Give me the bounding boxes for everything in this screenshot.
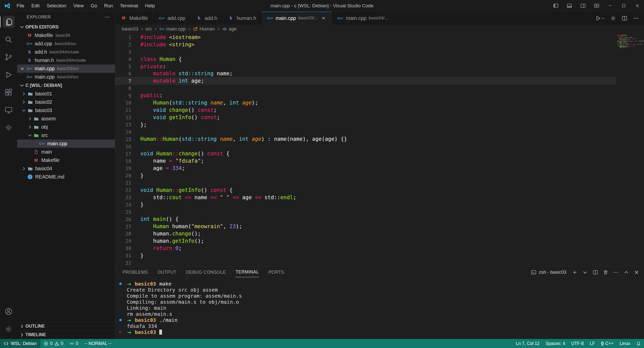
line-number[interactable]: 17 bbox=[115, 151, 140, 157]
code-line-2[interactable]: 2 #include <string> bbox=[115, 41, 616, 48]
line-number[interactable]: 32 bbox=[115, 260, 140, 266]
close-icon[interactable] bbox=[19, 66, 26, 72]
activity-remote-explorer[interactable] bbox=[0, 101, 17, 119]
code-line-10[interactable]: 10 Human(std::string name, int age); bbox=[115, 99, 616, 107]
activity-search[interactable] bbox=[0, 31, 17, 48]
new-terminal-icon[interactable] bbox=[572, 269, 578, 275]
code-line-5[interactable]: 5 private: bbox=[115, 63, 616, 70]
line-number[interactable]: 21 bbox=[115, 180, 140, 186]
line-number[interactable]: 10 bbox=[115, 100, 140, 106]
line-number[interactable]: 12 bbox=[115, 114, 140, 120]
menu-view[interactable]: View bbox=[70, 0, 87, 11]
tree-item-main.cpp[interactable]: C++main.cpp bbox=[17, 140, 115, 148]
minimize-button[interactable] bbox=[603, 0, 617, 12]
code-line-6[interactable]: 6 mutable std::string name; bbox=[115, 70, 616, 77]
encoding-indicator[interactable]: UTF-8 bbox=[568, 339, 587, 348]
line-number[interactable]: 20 bbox=[115, 172, 140, 179]
line-number[interactable]: 14 bbox=[115, 129, 140, 135]
dropdown-icon[interactable] bbox=[582, 269, 588, 275]
maximize-icon[interactable] bbox=[623, 269, 629, 275]
line-number[interactable]: 11 bbox=[115, 107, 140, 113]
line-number[interactable]: 27 bbox=[115, 224, 140, 230]
line-number[interactable]: 25 bbox=[115, 209, 140, 215]
tree-item-main[interactable]: main bbox=[17, 148, 115, 156]
tree-item-obj[interactable]: obj bbox=[17, 123, 115, 131]
panel-tab-output[interactable]: OUTPUT bbox=[157, 267, 177, 277]
code-line-31[interactable]: 31 } bbox=[115, 252, 616, 259]
code-line-28[interactable]: 28 human.change(); bbox=[115, 230, 616, 237]
activity-run-debug[interactable] bbox=[0, 66, 17, 84]
panel-tab-problems[interactable]: PROBLEMS bbox=[122, 267, 148, 277]
activity-explorer[interactable] bbox=[0, 13, 17, 31]
panel-tab-terminal[interactable]: TERMINAL bbox=[235, 267, 259, 277]
tab-Makefile[interactable]: M Makefile bbox=[115, 12, 153, 25]
menu-selection[interactable]: Selection bbox=[43, 0, 70, 11]
panel-tab-ports[interactable]: PORTS bbox=[268, 267, 284, 277]
open-editor-item[interactable]: C++ main.cpp basic03/src bbox=[17, 64, 115, 73]
ports-indicator[interactable]: 0 bbox=[66, 339, 82, 348]
breadcrumb-item[interactable]: C++main.cpp bbox=[159, 26, 186, 32]
code-line-7[interactable]: 7 mutable int age; bbox=[115, 77, 616, 85]
menu-go[interactable]: Go bbox=[87, 0, 100, 11]
code-line-22[interactable]: 22 void Human::getInfo() const { bbox=[115, 187, 616, 194]
eol-indicator[interactable]: LF bbox=[587, 339, 598, 348]
toggle-secondary-sidebar-icon[interactable] bbox=[576, 0, 590, 12]
line-number[interactable]: 9 bbox=[115, 93, 140, 99]
command-decoration-icon[interactable] bbox=[119, 283, 122, 285]
tree-item-basic01[interactable]: basic01 bbox=[17, 90, 115, 98]
menu-help[interactable]: Help bbox=[141, 0, 158, 11]
cursor-position[interactable]: Ln 7, Col 12 bbox=[513, 339, 542, 348]
explorer-more-actions-icon[interactable] bbox=[104, 14, 110, 20]
tab-add.cpp[interactable]: C++ add.cpp bbox=[153, 12, 190, 25]
code-line-16[interactable]: 16 bbox=[115, 143, 616, 150]
line-number[interactable]: 4 bbox=[115, 56, 140, 62]
tree-item-basic02[interactable]: basic02 bbox=[17, 98, 115, 106]
line-number[interactable]: 24 bbox=[115, 202, 140, 208]
breadcrumb-item[interactable]: Human bbox=[193, 26, 215, 32]
code-line-27[interactable]: 27 Human human("meowrain", 23); bbox=[115, 223, 616, 230]
timeline-section-header[interactable]: TIMELINE bbox=[17, 330, 115, 339]
toggle-panel-icon[interactable] bbox=[562, 0, 576, 12]
code-line-25[interactable]: 25 bbox=[115, 208, 616, 216]
code-line-4[interactable]: 4 class Human { bbox=[115, 56, 616, 63]
code-line-11[interactable]: 11 void change() const; bbox=[115, 107, 616, 114]
open-editor-item[interactable]: C++ add.cpp basic04/src bbox=[17, 40, 115, 48]
menu-terminal[interactable]: Terminal bbox=[116, 0, 142, 11]
menu-edit[interactable]: Edit bbox=[28, 0, 43, 11]
code-line-15[interactable]: 15 Human::Human(std::string name, int ag… bbox=[115, 135, 616, 143]
editor-more-actions-icon[interactable] bbox=[633, 15, 639, 21]
open-editor-item[interactable]: C++ main.cpp basic04/src bbox=[17, 73, 115, 81]
code-line-24[interactable]: 24 } bbox=[115, 201, 616, 208]
close-window-button[interactable] bbox=[630, 0, 644, 12]
tab-main.cpp[interactable]: C++ main.cpp basic03/... bbox=[262, 12, 332, 25]
line-number[interactable]: 22 bbox=[115, 187, 140, 193]
code-line-19[interactable]: 19 age = 334; bbox=[115, 165, 616, 172]
close-icon[interactable] bbox=[634, 269, 639, 275]
tree-item-Makefile[interactable]: MMakefile bbox=[17, 156, 115, 164]
line-number[interactable]: 6 bbox=[115, 71, 140, 77]
remote-indicator[interactable]: WSL: Debian bbox=[0, 339, 41, 348]
close-icon[interactable] bbox=[320, 15, 327, 21]
tab-main.cpp[interactable]: C++ main.cpp basic04/... bbox=[332, 12, 393, 25]
line-number[interactable]: 2 bbox=[115, 42, 140, 48]
activity-source-control[interactable] bbox=[0, 48, 17, 66]
line-number[interactable]: 1 bbox=[115, 34, 140, 40]
command-decoration-icon[interactable] bbox=[119, 319, 122, 321]
more-icon[interactable] bbox=[613, 269, 619, 275]
customize-layout-icon[interactable] bbox=[590, 0, 603, 12]
code-line-1[interactable]: 1 #include <iostream> bbox=[115, 34, 616, 41]
breadcrumb-item[interactable]: basic03 bbox=[122, 26, 138, 32]
code-line-32[interactable]: 32 bbox=[115, 259, 616, 266]
menu-run[interactable]: Run bbox=[101, 0, 116, 11]
split-icon[interactable] bbox=[592, 269, 598, 275]
line-number[interactable]: 29 bbox=[115, 238, 140, 244]
code-editor[interactable]: 1 #include <iostream> 2 #include <string… bbox=[115, 33, 616, 266]
line-number[interactable]: 15 bbox=[115, 136, 140, 142]
code-line-12[interactable]: 12 void getInfo() const; bbox=[115, 114, 616, 121]
activity-settings[interactable] bbox=[0, 320, 17, 338]
outline-section-header[interactable]: OUTLINE bbox=[17, 322, 115, 330]
run-button[interactable] bbox=[595, 15, 605, 21]
line-number[interactable]: 5 bbox=[115, 63, 140, 69]
maximize-button[interactable] bbox=[617, 0, 630, 12]
line-number[interactable]: 31 bbox=[115, 253, 140, 259]
